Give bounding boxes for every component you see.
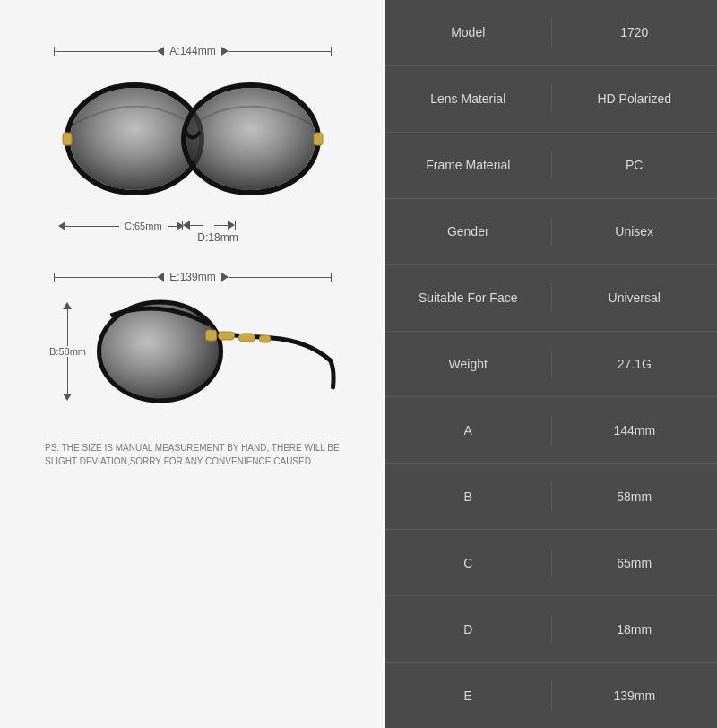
spec-label: Frame Material — [385, 151, 552, 179]
dim-d-label: D:18mm — [197, 231, 238, 244]
glasses-side-view — [91, 289, 345, 414]
spec-label: C — [385, 549, 552, 577]
spec-value: 139mm — [552, 681, 718, 710]
svg-rect-7 — [218, 332, 234, 340]
spec-value: 18mm — [552, 615, 718, 644]
spec-value: 144mm — [552, 416, 718, 445]
svg-rect-9 — [259, 335, 270, 342]
svg-point-3 — [186, 88, 315, 190]
spec-row: B58mm — [385, 464, 717, 530]
dimension-a-row: A:144mm — [54, 45, 332, 57]
spec-value: PC — [552, 151, 718, 179]
spec-value: 27.1G — [552, 350, 718, 378]
dimension-e-row: E:139mm — [54, 271, 332, 283]
svg-rect-10 — [205, 330, 216, 341]
specs-table: Model1720Lens MaterialHD PolarizedFrame … — [385, 0, 717, 728]
spec-row: C65mm — [385, 530, 717, 596]
spec-label: Suitable For Face — [385, 283, 552, 312]
bottom-dims: C:65mm D:18mm — [58, 221, 327, 244]
svg-point-6 — [99, 302, 220, 401]
spec-label: E — [385, 681, 552, 710]
spec-value: Unisex — [552, 217, 718, 246]
dim-e-label: E:139mm — [164, 271, 220, 283]
spec-value: 58mm — [552, 482, 718, 511]
spec-label: D — [385, 615, 552, 644]
spec-value: 1720 — [552, 18, 718, 47]
spec-row: Suitable For FaceUniversal — [385, 265, 717, 332]
right-panel: Model1720Lens MaterialHD PolarizedFrame … — [385, 0, 717, 728]
spec-label: Model — [385, 18, 552, 47]
svg-rect-5 — [314, 133, 323, 145]
spec-value: Universal — [552, 283, 718, 312]
bottom-diagram: E:139mm B:58mm — [18, 271, 367, 414]
spec-label: B — [385, 482, 552, 511]
top-diagram: A:144mm — [18, 45, 367, 244]
svg-point-1 — [70, 88, 199, 190]
spec-row: D18mm — [385, 596, 717, 663]
spec-label: Gender — [385, 217, 552, 246]
dim-b-vertical: B:58mm — [49, 302, 86, 401]
glasses-front-view — [58, 63, 327, 215]
dim-a-label: A:144mm — [164, 45, 220, 57]
svg-rect-4 — [63, 133, 72, 145]
spec-row: GenderUnisex — [385, 199, 717, 265]
spec-row: Lens MaterialHD Polarized — [385, 66, 717, 133]
ps-note: PS: THE SIZE IS MANUAL MEASUREMENT BY HA… — [18, 441, 367, 468]
spec-value: 65mm — [552, 549, 718, 577]
svg-rect-8 — [238, 334, 255, 342]
spec-row: Frame MaterialPC — [385, 133, 717, 199]
spec-value: HD Polarized — [552, 84, 718, 113]
spec-row: Model1720 — [385, 0, 717, 66]
spec-label: A — [385, 416, 552, 445]
dim-c-label: C:65mm — [119, 221, 168, 231]
spec-label: Lens Material — [385, 84, 552, 113]
spec-row: A144mm — [385, 397, 717, 464]
left-panel: A:144mm — [0, 0, 385, 728]
side-view-container: B:58mm — [40, 289, 345, 414]
spec-row: E139mm — [385, 663, 717, 728]
spec-row: Weight27.1G — [385, 332, 717, 398]
spec-label: Weight — [385, 350, 552, 378]
dim-b-label: B:58mm — [49, 346, 86, 357]
